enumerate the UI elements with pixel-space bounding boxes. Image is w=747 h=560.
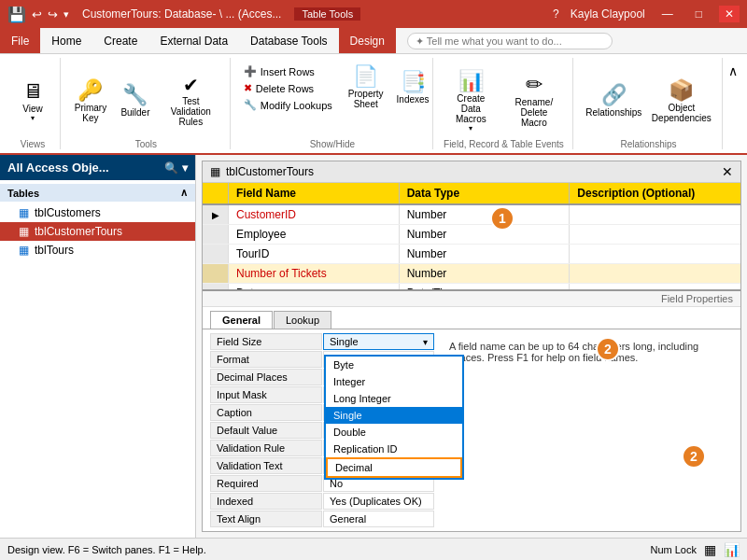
tblcustomertours-label: tblCustomerTours [35,225,122,238]
quick-access-undo[interactable]: ↩ [32,7,42,21]
row-indicator-2 [203,225,229,244]
sidebar-item-tblcustomertours[interactable]: ▦ tblCustomerTours [0,222,195,241]
table-row[interactable]: Employee Number [203,225,740,245]
tell-me-input[interactable] [407,33,613,49]
property-sheet-button[interactable]: 📄 PropertySheet [344,62,388,112]
description-1[interactable] [570,205,740,224]
customize-quick[interactable]: ▾ [63,8,69,21]
primary-key-button[interactable]: 🔑 PrimaryKey [70,76,111,126]
delete-rows-icon: ✖ [244,82,252,94]
relationships-button[interactable]: 🔗 Relationships [583,80,645,120]
prop-label-format: Format [210,351,322,368]
sidebar-menu-icon[interactable]: ▾ [182,161,188,175]
field-name-4[interactable]: Number of Tickets [229,264,400,283]
insert-rows-button[interactable]: ➕ Insert Rows [240,63,336,79]
dropdown-item-decimal[interactable]: Decimal [326,457,462,478]
create-macros-icon: 📊 [458,69,484,93]
props-tab-general[interactable]: General [210,311,273,329]
relationships-label: Relationships [585,107,641,118]
table-row[interactable]: ▶ CustomerID Number [203,205,740,225]
indexes-button[interactable]: 📑 Indexes [392,67,434,107]
sidebar-header: All Access Obje... 🔍 ▾ [0,155,195,180]
field-name-1[interactable]: CustomerID [229,205,400,224]
key-icon: 🔑 [78,78,103,103]
sidebar-item-tbltours[interactable]: ▦ tblTours [0,241,195,259]
help-text-box: A field name can be up to 64 characters … [434,333,733,527]
sidebar-item-tblcustomers[interactable]: ▦ tblCustomers [0,203,195,222]
relationships-icon: 🔗 [601,83,627,107]
minimize-btn[interactable]: — [656,6,679,22]
rename-delete-macro-button[interactable]: ✏ Rename/Delete Macro [503,70,565,131]
description-3[interactable] [570,245,740,263]
view-icon-2[interactable]: 📊 [724,542,740,557]
data-type-2[interactable]: Number [400,225,571,244]
test-validation-button[interactable]: ✔ Test ValidationRules [160,71,222,130]
prop-value-fieldsize[interactable]: Single ▾ Byte Integer Long Integer Singl… [323,333,434,350]
menu-design[interactable]: Design [339,28,396,53]
field-name-3[interactable]: TourID [229,245,400,263]
view-dropdown-icon: ▾ [31,114,35,122]
sidebar-search-icon[interactable]: 🔍 [164,161,178,175]
menu-database-tools[interactable]: Database Tools [239,28,339,53]
dropdown-item-double[interactable]: Double [326,424,462,441]
prop-label-valrule: Validation Rule [210,440,322,456]
table-window-name: tblCustomerTours [226,165,314,178]
showhide-group-label: Show/Hide [240,139,425,149]
tbltours-label: tblTours [35,244,74,257]
fieldsize-dropdown[interactable]: Byte Integer Long Integer Single Double … [324,355,464,480]
dropdown-item-single[interactable]: Single [326,407,462,424]
create-data-macros-button[interactable]: 📊 Create DataMacros ▾ [443,66,500,135]
num-lock-label: Num Lock [650,544,697,555]
prop-value-textalign[interactable]: General [323,511,434,527]
view-button[interactable]: 🖥 View ▾ [12,77,53,125]
data-type-4[interactable]: Number [400,264,571,283]
menu-file[interactable]: File [0,28,40,53]
description-5[interactable] [570,284,740,289]
prop-label-required: Required [210,475,322,492]
prop-label-valtext: Validation Text [210,457,322,474]
maximize-btn[interactable]: □ [690,6,708,22]
table-row-highlighted[interactable]: Number of Tickets Number [203,264,740,284]
data-type-5[interactable]: Date/Time [400,284,571,289]
menu-create[interactable]: Create [92,28,148,53]
status-text: Design view. F6 = Switch panes. F1 = Hel… [7,544,206,555]
prop-label-textalign: Text Align [210,511,322,527]
dropdown-item-byte[interactable]: Byte [326,357,462,373]
menu-external-data[interactable]: External Data [148,28,239,53]
dropdown-item-long[interactable]: Long Integer [326,390,462,407]
dropdown-item-replication[interactable]: Replication ID [326,441,462,457]
menu-home[interactable]: Home [40,28,92,53]
prop-value-indexed[interactable]: Yes (Duplicates OK) [323,493,434,510]
builder-icon: 🔧 [122,83,148,107]
table-window-title: ▦ tblCustomerTours ✕ [203,161,740,183]
table-row[interactable]: Date Date/Time [203,284,740,289]
table-row[interactable]: TourID Number [203,245,740,264]
object-deps-label: ObjectDependencies [652,103,712,123]
field-name-5[interactable]: Date [229,284,400,289]
builder-button[interactable]: 🔧 Builder [115,80,156,120]
dropdown-item-integer[interactable]: Integer [326,373,462,390]
close-btn[interactable]: ✕ [719,6,740,22]
description-4[interactable] [570,264,740,283]
props-tab-lookup[interactable]: Lookup [274,311,331,329]
view-icon-1[interactable]: ▦ [704,542,716,557]
props-content: Field Size Single ▾ Byte Integer Long In… [203,329,740,531]
modify-lookups-button[interactable]: 🔧 Modify Lookups [240,97,336,113]
prop-label-indexed: Indexed [210,493,322,510]
props-grid: Field Size Single ▾ Byte Integer Long In… [210,333,434,527]
tblcustomers-label: tblCustomers [35,206,101,219]
delete-rows-button[interactable]: ✖ Delete Rows [240,80,336,96]
help-icon[interactable]: ? [553,7,559,21]
description-2[interactable] [570,225,740,244]
fieldsize-value: Single [330,336,359,347]
field-name-2[interactable]: Employee [229,225,400,244]
object-dependencies-button[interactable]: 📦 ObjectDependencies [649,76,714,126]
table-window-close[interactable]: ✕ [722,164,733,179]
data-type-1[interactable]: Number [400,205,571,224]
data-type-3[interactable]: Number [400,245,571,263]
ribbon-collapse-btn[interactable]: ∧ [725,62,741,80]
tables-label: Tables [7,188,39,199]
quick-access-redo[interactable]: ↪ [48,7,58,21]
table-tools-label: Table Tools [294,7,360,21]
sidebar-tables-header[interactable]: Tables ∧ [0,184,195,202]
